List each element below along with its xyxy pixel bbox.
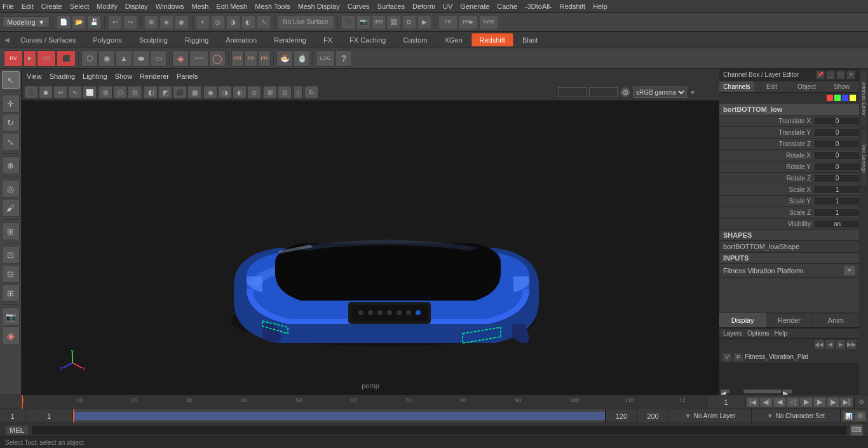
menu-generate[interactable]: Generate [460,3,489,10]
menu-mesh[interactable]: Mesh [191,3,208,10]
vp-shading4-btn[interactable]: ▦ [187,86,201,98]
char-set-btn1[interactable]: 📊 [843,411,854,421]
layer-btn2[interactable]: ◀ [825,339,835,350]
rs-tex-btn[interactable]: PR [258,50,271,67]
mel-submit-btn[interactable]: ⌨ [850,424,863,436]
timeline-ruler[interactable]: 1 10 20 30 40 50 60 70 80 90 100 110 12 [22,395,707,409]
panel-min-btn[interactable]: _ [826,71,835,79]
tabs-collapse-btn[interactable]: ◀ [3,36,11,43]
vp-icon3[interactable]: ⬡ [113,86,127,98]
char-set-btn2[interactable]: ⚙ [855,411,866,421]
tab-fx-caching[interactable]: FX Caching [341,33,394,46]
vp-rotate-btn[interactable]: ↻ [304,86,318,98]
tab-xgen[interactable]: XGen [436,33,470,46]
tab-animation[interactable]: Animation [217,33,265,46]
scale-tool-btn[interactable]: ⤡ [2,133,20,151]
hscroll-left-btn[interactable]: ◀ [721,390,729,393]
vp-shading3-btn[interactable]: ⬛ [173,86,187,98]
save-scene-btn[interactable]: 💾 [87,15,101,29]
select-by-component-btn[interactable]: ◈ [159,15,173,29]
ipr-btn[interactable]: IPR [372,15,386,29]
hscroll-thumb[interactable] [743,390,782,393]
menu-create[interactable]: Create [41,3,62,10]
vp-shading2-btn[interactable]: ◩ [158,86,172,98]
vp-display1-btn[interactable]: ◉ [203,86,217,98]
menu-3dtoall[interactable]: -3DtoAll- [525,3,552,10]
rs-seq-btn[interactable]: PR [245,50,257,67]
rotate-tool-btn[interactable]: ↻ [2,114,20,132]
snap-to-curve-btn[interactable]: ⊟ [2,265,20,283]
menu-surfaces[interactable]: Surfaces [377,3,405,10]
rs-material-btn[interactable]: ◈ [2,327,20,344]
vp-record-btn[interactable]: ⏺ [39,86,53,98]
tab-sculpting[interactable]: Sculpting [131,33,176,46]
frame-playback-end[interactable]: 200 [637,409,669,423]
tool-settings-tab[interactable]: Tool Settings [860,130,867,187]
vp-menu-shading[interactable]: Shading [50,72,75,80]
layer-p-btn[interactable]: P [733,353,743,362]
dra-tab-anim[interactable]: Anim [813,313,859,327]
hscroll-right-btn[interactable]: ▶ [783,390,792,393]
vp-menu-lighting[interactable]: Lighting [83,72,107,80]
rv-btn[interactable]: RV [4,50,23,67]
menu-edit-mesh[interactable]: Edit Mesh [216,3,247,10]
vp-resolution-btn[interactable]: ⊞ [263,86,277,98]
frame-range-start[interactable]: 1 [0,409,25,423]
menu-windows[interactable]: Windows [156,3,184,10]
universal-manip-btn[interactable]: ⊕ [2,156,20,174]
tab-fx[interactable]: FX [315,33,341,46]
rs-mat-btn[interactable]: PR [231,50,244,67]
plane-btn[interactable]: ▭ [150,50,166,67]
paint-select-btn[interactable]: ◎ [211,15,225,29]
menu-edit[interactable]: Edit [22,3,34,10]
menu-cache[interactable]: Cache [497,3,517,10]
sculpt-btn[interactable]: ◑ [226,15,240,29]
render-btn3[interactable]: ▶ [417,15,431,29]
frame-range-end-anim[interactable]: 120 [606,409,637,423]
vp-undo-cam-btn[interactable]: ↩ [53,86,67,98]
pb-go-end-btn[interactable]: ▶| [840,397,853,407]
vp-icon4[interactable]: ⊟ [128,86,142,98]
cam-btn2[interactable]: 📷 [356,15,370,29]
no-live-surface-btn[interactable]: No Live Surface [278,15,334,29]
pb-play-fwd-btn[interactable]: ▶ [800,397,813,407]
log-icon1[interactable]: LOG [316,50,335,67]
vp-isolate-btn[interactable]: | [294,86,302,98]
pb-next-key-btn[interactable]: |▶ [827,397,839,407]
node-name-header[interactable]: bortBOTTOM_low [719,104,859,116]
undo-btn[interactable]: ↩ [108,15,122,29]
layer-tab-options[interactable]: Options [747,330,769,337]
cb-tab-edit[interactable]: Edit [754,81,789,92]
pb-prev-frame-btn[interactable]: ◀ [773,397,786,407]
menu-help[interactable]: Help [593,3,607,10]
soft-mod-btn[interactable]: ◐ [241,15,255,29]
select-by-object-btn[interactable]: ◉ [175,15,189,29]
vp-menu-view[interactable]: View [27,72,42,80]
paint-ops-btn[interactable]: 🖌 [2,199,20,217]
pb-play-back-btn[interactable]: ◁ [787,397,799,407]
workspace-dropdown[interactable]: Modeling ▼ [3,17,50,28]
move-tool-btn[interactable]: ✛ [2,95,20,112]
inputs-section-header[interactable]: INPUTS [719,253,859,264]
redo-btn[interactable]: ↪ [123,15,137,29]
menu-redshift[interactable]: Redshift [560,3,585,10]
menu-display[interactable]: Display [125,3,148,10]
dra-tab-display[interactable]: Display [719,313,766,327]
layer-btn3[interactable]: ▶ [836,339,846,350]
bend-btn[interactable]: ∿ [257,15,271,29]
rs-btn3[interactable]: ↻PR [479,15,498,29]
mel-input-field[interactable] [31,425,848,435]
layer-v-btn[interactable]: V [722,353,732,362]
vp-cam-btn[interactable]: 🎥 [24,86,38,98]
vp-xray-btn[interactable]: ⊙ [247,86,261,98]
vp-display2-btn[interactable]: ◑ [218,86,232,98]
tab-rigging[interactable]: Rigging [177,33,217,46]
vp-icon1[interactable]: ⬜ [83,86,97,98]
help-btn[interactable]: ? [336,50,352,67]
rs-icon3[interactable]: ◯ [209,50,226,67]
pb-go-start-btn[interactable]: |◀ [747,397,759,407]
vp-menu-show[interactable]: Show [115,72,133,80]
select-tool-btn[interactable]: ↖ [2,71,20,89]
vp-aa-btn[interactable]: ⊡ [278,86,292,98]
char-set-selector[interactable]: ▼ No Character Set [752,409,841,423]
